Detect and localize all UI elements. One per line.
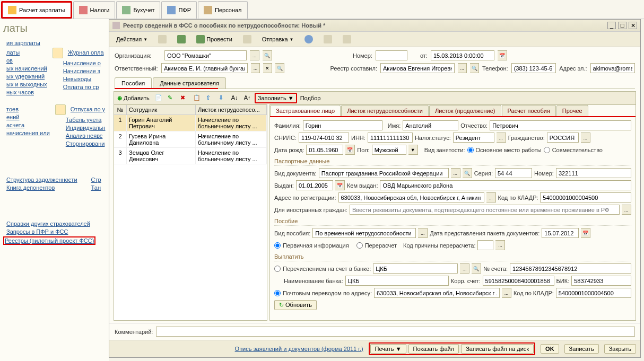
ellipsis-button[interactable]: ... [502,288,511,298]
col-doc[interactable]: Листок нетрудоспосо... [196,105,267,115]
select-button[interactable]: Подбор [298,94,323,102]
tab-personnel[interactable]: Персонал [198,1,248,19]
address-field[interactable] [341,195,482,201]
provesti-button[interactable]: Провести [193,33,236,45]
issued-field[interactable] [299,182,330,189]
actions-menu[interactable]: Действия▼ [112,34,151,44]
lp-link-registries[interactable]: Реестры (пилотный проект ФСС) [5,237,94,244]
lp-trunc[interactable]: ых удержаний [6,73,47,80]
tab-accounting[interactable]: Бухучет [116,1,160,19]
down-icon[interactable]: ⇩ [216,93,228,103]
table-row[interactable]: 3 Земцов Олег Денисович Начисление по бо… [114,148,267,164]
col-num[interactable]: № [114,105,127,115]
calendar-icon[interactable]: 📅 [335,180,345,190]
kladr2-field[interactable] [559,290,629,296]
ellipsis-button[interactable]: ... [418,228,428,238]
account-field[interactable] [512,266,629,272]
dropdown-button[interactable]: ▼ [408,145,418,155]
lp-trunc[interactable]: ных часов [6,89,47,95]
org-field[interactable] [167,52,244,59]
dtab-sicklist[interactable]: Листок нетрудоспособности [341,105,429,116]
tb-icon[interactable] [173,33,189,45]
delete-icon[interactable]: ✖ [178,93,190,103]
lp-trunc[interactable]: асчета [6,122,50,128]
tab-payroll[interactable]: Расчет зарплаты [1,1,72,19]
save-file-button[interactable]: Записать файл на диск [461,344,534,354]
table-row[interactable]: 1 Горин Анатолий Петрович Начисление по … [114,115,267,131]
lp-link[interactable]: ия зарплаты [6,40,106,46]
tax-field[interactable] [456,135,492,141]
docnum-field[interactable] [559,170,629,177]
lp-link[interactable]: Справки других страхователей [6,221,106,227]
opis-link[interactable]: Опись заявлений и документов (форма 2011… [235,346,363,352]
lp-link[interactable]: Книга депонентов [6,184,77,191]
ellipsis-button[interactable]: ... [451,168,460,178]
help-button[interactable] [301,33,317,45]
dob-field[interactable] [309,147,341,153]
korr-field[interactable] [485,278,552,284]
lp-trunc[interactable]: ых и выходных [6,81,47,87]
lp-journal[interactable]: Журнал опла [68,49,104,56]
refresh-button[interactable]: ↻ Обновить [274,300,317,310]
tb-icon[interactable] [320,33,336,45]
lp-trunc[interactable]: тоев [6,106,50,112]
edit-icon[interactable]: ✎ [166,93,177,103]
tab-taxes[interactable]: Налоги [73,1,116,19]
date-field[interactable] [433,52,492,59]
clear-button[interactable]: ✕ [263,63,272,73]
lp-link[interactable]: Тан [91,184,101,191]
emp-part-radio[interactable] [544,147,550,153]
snils-field[interactable] [301,135,346,141]
issuedby-field[interactable] [382,182,629,189]
comment-field[interactable] [159,329,632,335]
lp-link[interactable]: Стр [91,177,101,183]
ellipsis-button[interactable]: ... [497,133,506,143]
lp-trunc[interactable]: ых начислений [6,65,47,72]
show-file-button[interactable]: Показать файл [408,344,459,354]
tb-icon[interactable] [339,33,355,45]
sex-field[interactable] [375,147,404,153]
patronymic-field[interactable] [492,122,629,129]
lp-link[interactable]: Начисление о [63,60,104,66]
ellipsis-button[interactable]: ... [495,240,505,250]
post-radio[interactable] [274,290,281,296]
lp-trunc[interactable]: начисления или [6,130,50,136]
ellipsis-button[interactable]: ... [486,192,496,202]
series-field[interactable] [498,170,529,177]
bank-radio[interactable] [274,266,281,272]
tab-benefits[interactable]: Пособия [115,77,152,89]
bank-field[interactable] [376,266,455,272]
ellipsis-button[interactable]: ... [460,263,469,274]
inn-field[interactable] [370,135,410,141]
sort-desc-icon[interactable]: A↑ [242,93,254,103]
tel-field[interactable] [514,65,553,72]
fill-menu[interactable]: Заполнить ▼ [255,93,297,103]
table-row[interactable]: 2 Гусева Ирина Даниловна Начисление по б… [114,131,267,148]
write-button[interactable]: Записать [564,344,599,354]
tb-icon[interactable]: 📄 [153,93,164,103]
resp-field[interactable] [164,65,246,72]
tab-pfr[interactable]: ПФР [161,1,197,19]
postaddr-field[interactable] [377,290,497,296]
minimize-button[interactable]: _ [607,22,616,29]
lp-link[interactable]: Табель учета [66,117,106,123]
tb-icon[interactable] [154,33,170,45]
ok-button[interactable]: OK [541,344,559,354]
lp-link[interactable]: Структура задолженности [6,177,77,183]
lp-vacation[interactable]: Отпуска по у [71,106,105,112]
kladr-field[interactable] [543,195,629,201]
email-field[interactable] [593,65,632,72]
maximize-button[interactable]: □ [618,22,626,29]
sort-asc-icon[interactable]: A↓ [229,93,241,103]
emp-main-radio[interactable] [467,147,474,153]
primary-radio[interactable] [274,242,281,249]
lp-link[interactable]: Сторнировани [66,140,106,147]
citizenship-field[interactable] [550,135,576,141]
foreign-field[interactable] [352,207,617,213]
close-button[interactable]: ✕ [629,22,637,29]
ellipsis-button[interactable]: ... [251,63,260,73]
calendar-icon[interactable]: 📅 [581,228,590,238]
search-icon[interactable]: 🔍 [470,63,479,73]
ellipsis-button[interactable]: ... [250,50,259,60]
bik-field[interactable] [574,278,629,284]
